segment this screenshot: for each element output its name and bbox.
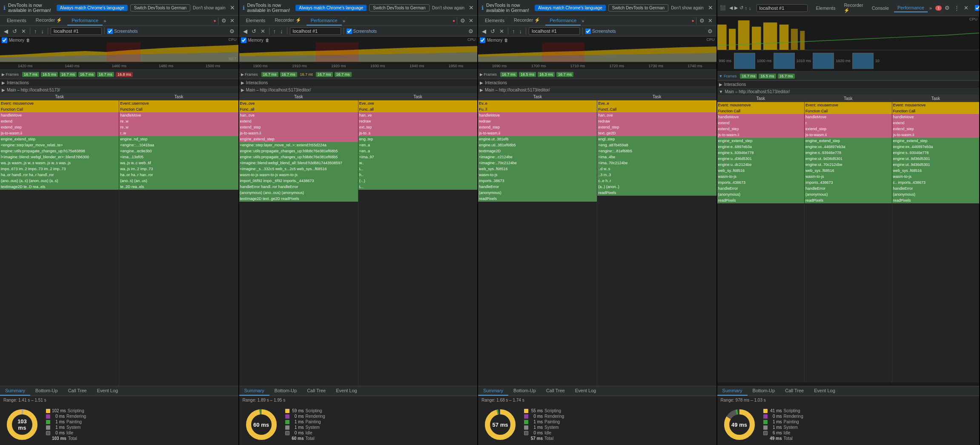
match-language-btn-2[interactable]: Always match Chrome's language bbox=[295, 5, 367, 11]
btab-eventlog-3[interactable]: Event Log bbox=[570, 386, 602, 396]
stop-icon-1[interactable]: ✕ bbox=[20, 28, 27, 35]
tab-performance-3[interactable]: Performance bbox=[545, 16, 581, 26]
p4-refresh-icon[interactable]: ↺ bbox=[739, 5, 743, 11]
btab-calltree-2[interactable]: Call Tree bbox=[302, 386, 331, 396]
btab-calltree-3[interactable]: Call Tree bbox=[541, 386, 570, 396]
interactions-expand-2[interactable]: ▶ bbox=[241, 80, 244, 85]
dont-show-btn-1[interactable]: Don't show again bbox=[193, 6, 225, 10]
stop-icon-2[interactable]: ✕ bbox=[259, 28, 266, 35]
p4-devtools-icon[interactable]: ⬛ bbox=[720, 5, 726, 11]
gear-icon-3[interactable]: ⚙ bbox=[706, 28, 714, 35]
download-icon-2[interactable]: ↓ bbox=[279, 28, 284, 35]
screenshots-check-2[interactable] bbox=[347, 29, 352, 34]
record-btn-1[interactable]: ● bbox=[213, 18, 216, 23]
url-input-1[interactable] bbox=[51, 27, 102, 35]
btab-bottomup-4[interactable]: Bottom-Up bbox=[748, 386, 780, 396]
p4-download-icon[interactable]: ↓ bbox=[749, 6, 751, 11]
btab-eventlog-1[interactable]: Event Log bbox=[92, 386, 123, 396]
tab-elements-2[interactable]: Elements bbox=[242, 16, 270, 26]
main-expand-2[interactable]: ▶ bbox=[241, 88, 244, 92]
settings-icon-1[interactable]: ⚙ bbox=[220, 17, 228, 24]
p4-forward-icon[interactable]: ▶ bbox=[734, 5, 738, 11]
btab-summary-4[interactable]: Summary bbox=[717, 386, 748, 396]
switch-devtools-btn-3[interactable]: Switch DevTools to German bbox=[608, 4, 668, 11]
p4-tab-performance[interactable]: Performance bbox=[894, 4, 928, 12]
back-icon-1[interactable]: ◀ bbox=[3, 28, 9, 35]
close-notif-3[interactable]: ✕ bbox=[708, 4, 713, 11]
interactions-expand-4[interactable]: ▶ bbox=[719, 82, 722, 87]
refresh-icon-1[interactable]: ↺ bbox=[11, 28, 18, 35]
p4-upload-icon[interactable]: ↑ bbox=[745, 6, 748, 11]
btab-bottomup-3[interactable]: Bottom-Up bbox=[508, 386, 541, 396]
upload-icon-3[interactable]: ↑ bbox=[511, 28, 516, 35]
main-expand-4[interactable]: ▼ bbox=[719, 89, 723, 94]
tab-more-1[interactable]: » bbox=[103, 18, 106, 23]
match-language-btn-1[interactable]: Always match Chrome's language bbox=[57, 5, 128, 11]
close-icon-2[interactable]: ✕ bbox=[467, 17, 475, 24]
close-notif-1[interactable]: ✕ bbox=[230, 4, 235, 11]
tab-performance-2[interactable]: Performance bbox=[307, 16, 342, 26]
dont-show-btn-2[interactable]: Don't show again bbox=[432, 6, 464, 10]
p4-menu-icon[interactable]: ⋮ bbox=[953, 4, 961, 11]
tab-recorder-1[interactable]: Recorder ⚡ bbox=[32, 16, 66, 26]
record-btn-3[interactable]: ● bbox=[692, 18, 694, 23]
btab-bottomup-2[interactable]: Bottom-Up bbox=[269, 386, 302, 396]
tab-recorder-2[interactable]: Recorder ⚡ bbox=[270, 16, 305, 26]
p4-close-icon[interactable]: ✕ bbox=[963, 4, 970, 11]
gear-icon-1[interactable]: ⚙ bbox=[228, 28, 236, 35]
tab-elements-3[interactable]: Elements bbox=[481, 16, 509, 26]
p4-tab-console[interactable]: Console bbox=[868, 4, 892, 12]
interactions-expand-1[interactable]: ▶ bbox=[2, 80, 5, 85]
scrollbar-4[interactable] bbox=[717, 382, 979, 386]
match-language-btn-3[interactable]: Always match Chrome's language bbox=[535, 5, 606, 11]
refresh-icon-3[interactable]: ↺ bbox=[489, 28, 496, 35]
settings-icon-3[interactable]: ⚙ bbox=[698, 17, 706, 24]
screenshots-check-3[interactable] bbox=[585, 29, 591, 34]
btab-summary-1[interactable]: Summary bbox=[0, 386, 30, 396]
btab-eventlog-4[interactable]: Event Log bbox=[809, 386, 840, 396]
stop-icon-3[interactable]: ✕ bbox=[498, 28, 505, 35]
dont-show-btn-3[interactable]: Don't show again bbox=[671, 6, 703, 10]
btab-calltree-1[interactable]: Call Tree bbox=[63, 386, 92, 396]
btab-eventlog-2[interactable]: Event Log bbox=[331, 386, 362, 396]
settings-icon-2[interactable]: ⚙ bbox=[459, 17, 467, 24]
gear-icon-2[interactable]: ⚙ bbox=[467, 28, 475, 35]
tab-recorder-3[interactable]: Recorder ⚡ bbox=[510, 16, 544, 26]
trash-icon-2[interactable]: 🗑 bbox=[265, 38, 269, 43]
p4-url-input[interactable] bbox=[756, 4, 808, 12]
p4-tab-recorder[interactable]: Recorder ⚡ bbox=[840, 1, 866, 14]
tab-more-3[interactable]: » bbox=[582, 18, 584, 23]
tab-performance-1[interactable]: Performance bbox=[67, 16, 103, 26]
back-icon-3[interactable]: ◀ bbox=[481, 28, 487, 35]
upload-icon-2[interactable]: ↑ bbox=[272, 28, 278, 35]
interactions-expand-3[interactable]: ▶ bbox=[480, 80, 483, 85]
p4-gear-icon[interactable]: ⚙ bbox=[943, 4, 951, 11]
btab-calltree-4[interactable]: Call Tree bbox=[780, 386, 809, 396]
switch-devtools-btn-2[interactable]: Switch DevTools to German bbox=[369, 4, 429, 11]
close-icon-1[interactable]: ✕ bbox=[229, 17, 236, 24]
url-input-3[interactable] bbox=[529, 27, 580, 35]
record-btn-2[interactable]: ● bbox=[453, 18, 455, 23]
btab-bottomup-1[interactable]: Bottom-Up bbox=[30, 386, 63, 396]
btab-summary-2[interactable]: Summary bbox=[239, 386, 269, 396]
tab-more-2[interactable]: » bbox=[343, 18, 345, 23]
p4-back-icon[interactable]: ◀ bbox=[729, 5, 733, 11]
screenshots-check-1[interactable] bbox=[107, 29, 113, 34]
main-expand-1[interactable]: ▶ bbox=[2, 88, 5, 92]
url-input-2[interactable] bbox=[290, 27, 341, 35]
trash-icon-1[interactable]: 🗑 bbox=[26, 38, 30, 43]
refresh-icon-2[interactable]: ↺ bbox=[250, 28, 258, 35]
tab-elements-1[interactable]: Elements bbox=[3, 16, 31, 26]
p4-tab-more[interactable]: » bbox=[929, 6, 932, 11]
main-expand-3[interactable]: ▶ bbox=[480, 88, 483, 92]
download-icon-3[interactable]: ↓ bbox=[518, 28, 524, 35]
trash-icon-3[interactable]: 🗑 bbox=[504, 38, 508, 43]
close-notif-2[interactable]: ✕ bbox=[469, 4, 474, 11]
btab-summary-3[interactable]: Summary bbox=[478, 386, 508, 396]
switch-devtools-btn-1[interactable]: Switch DevTools to German bbox=[130, 4, 190, 11]
back-icon-2[interactable]: ◀ bbox=[242, 28, 249, 35]
p4-tab-elements[interactable]: Elements bbox=[813, 4, 839, 12]
p4-screenshots-check[interactable] bbox=[975, 5, 980, 11]
download-icon-1[interactable]: ↓ bbox=[40, 28, 46, 35]
close-icon-3[interactable]: ✕ bbox=[707, 17, 714, 24]
